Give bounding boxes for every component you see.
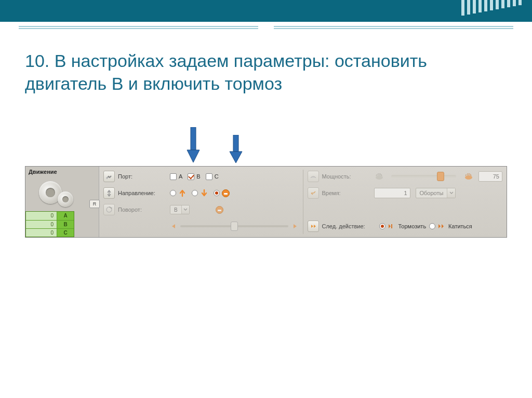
pointer-arrow-port-b bbox=[186, 127, 201, 163]
time-label: Время: bbox=[322, 190, 371, 196]
slide-top-bar bbox=[0, 0, 532, 22]
chevron-down-icon bbox=[447, 188, 455, 198]
readout-row-a: 0 A bbox=[26, 212, 74, 220]
direction-radio-stop[interactable] bbox=[214, 189, 230, 197]
power-label: Мощность: bbox=[322, 173, 371, 180]
block-preview: Движение R 0 A 0 B 0 C bbox=[25, 167, 99, 237]
arrow-down-icon bbox=[200, 189, 208, 197]
port-label: Порт: bbox=[118, 173, 167, 180]
port-readout: 0 A 0 B 0 C bbox=[25, 211, 74, 237]
slider-thumb[interactable] bbox=[231, 222, 238, 231]
plug-icon bbox=[308, 221, 319, 232]
hedgehog-slow-icon bbox=[374, 173, 384, 180]
direction-radio-forward[interactable] bbox=[170, 189, 187, 197]
svg-marker-3 bbox=[230, 152, 242, 163]
svg-point-8 bbox=[465, 175, 472, 180]
slide-heading: 10. В настройках задаем параметры: остан… bbox=[25, 49, 472, 95]
plug-icon bbox=[103, 187, 115, 199]
port-checkbox-b[interactable]: B bbox=[188, 173, 200, 180]
svg-point-4 bbox=[106, 177, 108, 179]
svg-rect-0 bbox=[191, 127, 196, 150]
slide-underline bbox=[19, 26, 513, 28]
block-title: Движение bbox=[25, 167, 99, 176]
row-turn-slider bbox=[103, 219, 299, 233]
slider-thumb[interactable] bbox=[437, 172, 444, 181]
power-input[interactable] bbox=[478, 171, 502, 182]
brake-icon bbox=[388, 223, 396, 230]
coast-icon bbox=[437, 223, 446, 230]
move-block-config-panel: Движение R 0 A 0 B 0 C bbox=[25, 166, 507, 238]
svg-marker-1 bbox=[187, 150, 200, 162]
arrow-right-icon bbox=[291, 223, 299, 230]
row-port: Порт: A B C bbox=[103, 170, 299, 183]
power-slider[interactable] bbox=[391, 175, 457, 178]
plug-icon bbox=[103, 171, 115, 182]
svg-point-7 bbox=[376, 175, 383, 180]
stop-icon bbox=[222, 189, 230, 197]
row-turn: Поворот: B bbox=[103, 203, 299, 216]
reset-button[interactable]: R bbox=[89, 200, 100, 208]
svg-rect-2 bbox=[233, 135, 238, 152]
row-time: Время: Обороты bbox=[308, 186, 503, 200]
port-checkbox-a[interactable]: A bbox=[170, 173, 182, 180]
arrow-up-icon bbox=[178, 189, 187, 197]
direction-label: Направление: bbox=[118, 190, 167, 196]
pointer-arrow-direction-stop bbox=[229, 135, 243, 164]
row-power: Мощность: bbox=[308, 170, 503, 183]
port-checkbox-c[interactable]: C bbox=[206, 173, 219, 180]
arrow-left-icon bbox=[170, 223, 177, 230]
turn-slider[interactable] bbox=[170, 221, 299, 232]
row-next-action: След. действие: Тормозить Катиться bbox=[308, 219, 503, 233]
duration-unit-select[interactable]: Обороты bbox=[416, 188, 456, 198]
direction-radio-backward[interactable] bbox=[192, 189, 208, 197]
gears-icon bbox=[35, 177, 82, 213]
plug-icon bbox=[103, 204, 115, 215]
duration-input[interactable] bbox=[374, 188, 410, 198]
turn-motor-select[interactable]: B bbox=[170, 205, 190, 214]
hedgehog-fast-icon bbox=[463, 173, 473, 180]
stop-icon bbox=[216, 206, 223, 214]
next-action-radio-coast[interactable]: Катиться bbox=[429, 223, 472, 230]
plug-icon bbox=[308, 171, 319, 182]
next-action-label: След. действие: bbox=[322, 223, 376, 229]
row-direction: Направление: bbox=[103, 186, 299, 200]
plug-icon bbox=[308, 187, 319, 199]
chevron-down-icon bbox=[181, 205, 189, 214]
turn-label: Поворот: bbox=[118, 207, 167, 213]
readout-row-b: 0 B bbox=[26, 220, 74, 228]
svg-rect-9 bbox=[391, 224, 392, 228]
next-action-radio-brake[interactable]: Тормозить bbox=[379, 223, 427, 230]
readout-row-c: 0 C bbox=[26, 228, 74, 237]
top-bar-stripes bbox=[461, 0, 522, 16]
row-spacer bbox=[308, 203, 503, 216]
